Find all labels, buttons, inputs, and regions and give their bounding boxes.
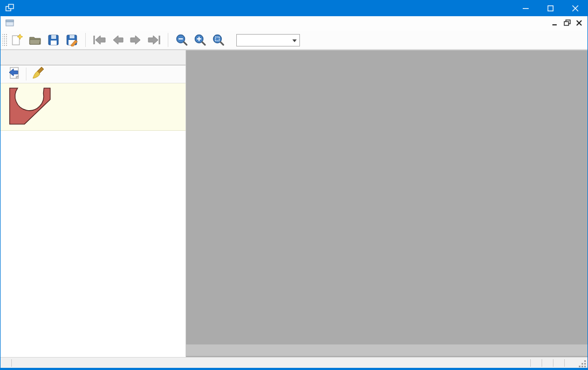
status-bar <box>1 357 587 368</box>
status-separator <box>542 359 542 367</box>
status-separator <box>553 359 553 367</box>
toolbar-grip[interactable] <box>2 33 8 47</box>
status-separator <box>564 359 565 367</box>
drawing-part-shape <box>10 88 50 124</box>
go-previous-button[interactable] <box>108 32 127 48</box>
nest-canvas[interactable] <box>186 50 588 344</box>
minimize-button[interactable] <box>513 0 538 16</box>
app-window <box>0 0 588 370</box>
save-button[interactable] <box>44 32 63 48</box>
engine-select[interactable] <box>236 34 300 46</box>
horizontal-scrollbar[interactable] <box>186 344 587 356</box>
chevron-down-icon <box>292 39 297 42</box>
mdi-child-icon[interactable] <box>5 19 14 29</box>
status-separator <box>11 359 12 367</box>
import-drawing-button[interactable] <box>7 66 21 82</box>
go-first-button[interactable] <box>90 32 108 48</box>
nest-canvas-pane <box>186 50 587 357</box>
go-next-button[interactable] <box>127 32 145 48</box>
open-button[interactable] <box>26 32 44 48</box>
title-bar <box>1 0 587 16</box>
app-icon <box>5 3 14 14</box>
resize-grip[interactable] <box>578 359 586 368</box>
status-separator <box>530 359 531 367</box>
zoom-fit-button[interactable] <box>209 32 228 48</box>
main-toolbar <box>1 31 587 50</box>
close-button[interactable] <box>563 0 587 16</box>
toolbar-separator <box>168 33 168 47</box>
save-as-button[interactable] <box>63 32 81 48</box>
sidebar-toolbar-separator <box>26 68 26 80</box>
sidebar-tabs <box>1 50 186 65</box>
maximize-button[interactable] <box>538 0 563 16</box>
drawing-list-item[interactable] <box>1 83 186 131</box>
mdi-close-button[interactable] <box>576 20 582 28</box>
toolbar-separator <box>85 33 86 47</box>
zoom-out-button[interactable] <box>173 32 191 48</box>
menu-bar <box>1 16 587 31</box>
clean-broom-button[interactable] <box>31 66 45 82</box>
new-document-button[interactable] <box>8 32 26 48</box>
sidebar <box>1 50 186 357</box>
mdi-restore-button[interactable] <box>564 19 571 28</box>
sidebar-toolbar <box>1 65 186 83</box>
mdi-minimize-button[interactable] <box>552 19 558 28</box>
drawing-thumbnail <box>7 87 53 126</box>
go-last-button[interactable] <box>145 32 163 48</box>
zoom-in-button[interactable] <box>191 32 209 48</box>
